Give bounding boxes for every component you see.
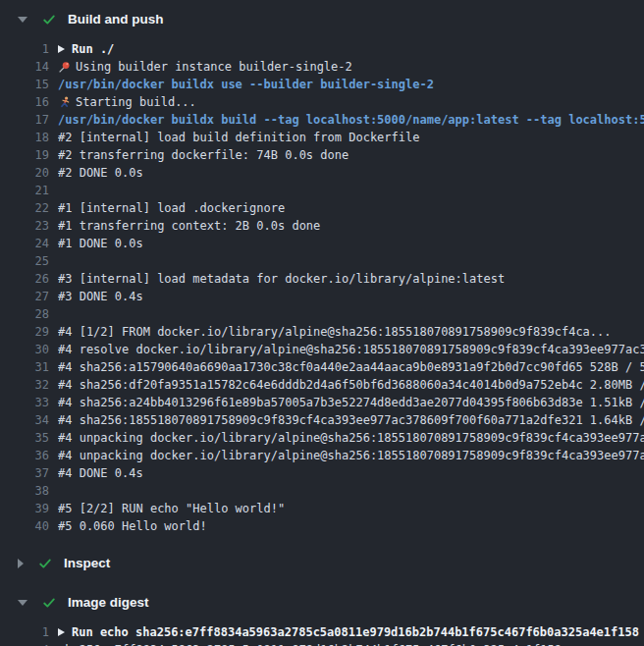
line-number[interactable]: 4 — [0, 641, 49, 646]
runner-icon — [58, 96, 71, 109]
log-line[interactable]: 39#5 [2/2] RUN echo "Hello world!" — [0, 500, 644, 517]
log-line[interactable]: 31#4 sha256:a15790640a6690aa1730c38cf0a4… — [0, 358, 644, 376]
line-number[interactable]: 1 — [0, 623, 49, 641]
line-number[interactable]: 40 — [0, 517, 49, 535]
log-line-text: #2 DONE 0.0s — [58, 164, 644, 182]
line-number[interactable]: 38 — [0, 482, 49, 500]
log-line[interactable]: 32#4 sha256:df20fa9351a15782c64e6dddb2d4… — [0, 376, 644, 394]
log-line[interactable]: 25 — [0, 252, 644, 270]
section-header-build-and-push[interactable]: Build and push — [0, 0, 644, 34]
log-line[interactable]: 15/usr/bin/docker buildx use --builder b… — [0, 76, 644, 93]
log-lines-build-and-push: 1Run ./14Using builder instance builder-… — [0, 34, 644, 544]
log-line[interactable]: 26#3 [internal] load metadata for docker… — [0, 270, 644, 288]
line-number[interactable]: 14 — [0, 58, 49, 76]
line-number[interactable]: 20 — [0, 164, 49, 182]
section-title: Image digest — [68, 594, 149, 612]
log-line[interactable]: 17/usr/bin/docker buildx build --tag loc… — [0, 111, 644, 129]
log-line[interactable]: 35#4 unpacking docker.io/library/alpine@… — [0, 429, 644, 447]
line-number[interactable]: 24 — [0, 235, 49, 252]
log-line-text: #4 [1/2] FROM docker.io/library/alpine@s… — [58, 323, 644, 341]
line-number[interactable]: 21 — [0, 182, 49, 199]
log-line-text: #4 resolve docker.io/library/alpine@sha2… — [58, 341, 644, 358]
play-icon — [58, 628, 65, 636]
log-line[interactable]: 4sha256:e7ff8834a5963a2785c5a0811e979d16… — [0, 641, 644, 646]
log-line[interactable]: 34#4 sha256:185518070891758909c9f839cf4c… — [0, 411, 644, 429]
log-line[interactable]: 1Run echo sha256:e7ff8834a5963a2785c5a08… — [0, 623, 644, 641]
line-number[interactable]: 16 — [0, 93, 49, 111]
log-line-text: #2 transferring dockerfile: 74B 0.0s don… — [58, 146, 644, 164]
log-line-text: #4 sha256:185518070891758909c9f839cf4ca3… — [58, 411, 644, 429]
section-header-image-digest[interactable]: Image digest — [0, 578, 644, 618]
chevron-right-icon[interactable] — [18, 559, 24, 568]
log-section-image-digest: Image digest 1Run echo sha256:e7ff8834a5… — [0, 578, 644, 646]
log-line-text — [58, 182, 644, 199]
log-line[interactable]: 16Starting build... — [0, 93, 644, 111]
log-line-text: #4 unpacking docker.io/library/alpine@sh… — [58, 429, 644, 447]
log-line-text: /usr/bin/docker buildx use --builder bui… — [58, 76, 644, 93]
log-line-text: #4 sha256:df20fa9351a15782c64e6dddb2d4a6… — [58, 376, 644, 394]
check-icon — [42, 596, 56, 610]
log-lines-image-digest: 1Run echo sha256:e7ff8834a5963a2785c5a08… — [0, 618, 644, 646]
log-line-text: #5 [2/2] RUN echo "Hello world!" — [58, 500, 644, 517]
log-line-text — [58, 305, 644, 323]
log-section-build-and-push: Build and push 1Run ./14Using builder in… — [0, 0, 644, 544]
log-line[interactable]: 14Using builder instance builder-single-… — [0, 58, 644, 76]
log-line[interactable]: 23#1 transferring context: 2B 0.0s done — [0, 217, 644, 235]
line-number[interactable]: 34 — [0, 411, 49, 429]
line-number[interactable]: 26 — [0, 270, 49, 288]
line-number[interactable]: 15 — [0, 76, 49, 93]
log-line[interactable]: 21 — [0, 182, 644, 199]
line-number[interactable]: 23 — [0, 217, 49, 235]
log-line-text: #1 DONE 0.0s — [58, 235, 644, 252]
log-line-text: #4 sha256:a15790640a6690aa1730c38cf0a440… — [58, 358, 644, 376]
line-number[interactable]: 17 — [0, 111, 49, 129]
log-line-text: #4 DONE 0.4s — [58, 464, 644, 482]
log-line[interactable]: 37#4 DONE 0.4s — [0, 464, 644, 482]
log-line[interactable]: 20#2 DONE 0.0s — [0, 164, 644, 182]
log-line[interactable]: 18#2 [internal] load build definition fr… — [0, 129, 644, 146]
line-number[interactable]: 27 — [0, 288, 49, 305]
line-number[interactable]: 18 — [0, 129, 49, 146]
log-line[interactable]: 40#5 0.060 Hello world! — [0, 517, 644, 535]
log-line-text: sha256:e7ff8834a5963a2785c5a0811e979d16b… — [58, 641, 644, 646]
line-number[interactable]: 28 — [0, 305, 49, 323]
log-line-text — [58, 482, 644, 500]
log-line[interactable]: 33#4 sha256:a24bb4013296f61e89ba57005a7b… — [0, 394, 644, 411]
log-line-text: #4 unpacking docker.io/library/alpine@sh… — [58, 447, 644, 464]
log-line[interactable]: 36#4 unpacking docker.io/library/alpine@… — [0, 447, 644, 464]
line-number[interactable]: 25 — [0, 252, 49, 270]
log-line-text: #5 0.060 Hello world! — [58, 517, 644, 535]
line-number[interactable]: 35 — [0, 429, 49, 447]
chevron-down-icon[interactable] — [18, 17, 27, 23]
line-number[interactable]: 22 — [0, 199, 49, 217]
log-line[interactable]: 30#4 resolve docker.io/library/alpine@sh… — [0, 341, 644, 358]
line-number[interactable]: 19 — [0, 146, 49, 164]
log-line[interactable]: 19#2 transferring dockerfile: 74B 0.0s d… — [0, 146, 644, 164]
line-number[interactable]: 37 — [0, 464, 49, 482]
log-line[interactable]: 1Run ./ — [0, 40, 644, 58]
log-line[interactable]: 27#3 DONE 0.4s — [0, 288, 644, 305]
line-number[interactable]: 39 — [0, 500, 49, 517]
line-number[interactable]: 30 — [0, 341, 49, 358]
line-number[interactable]: 32 — [0, 376, 49, 394]
log-line-text: #4 sha256:a24bb4013296f61e89ba57005a7b3e… — [58, 394, 644, 411]
chevron-down-icon[interactable] — [18, 600, 27, 606]
line-number[interactable]: 29 — [0, 323, 49, 341]
section-header-inspect[interactable]: Inspect — [0, 544, 644, 578]
log-line-text — [58, 252, 644, 270]
log-line[interactable]: 22#1 [internal] load .dockerignore — [0, 199, 644, 217]
line-number[interactable]: 33 — [0, 394, 49, 411]
log-line-text: #3 DONE 0.4s — [58, 288, 644, 305]
log-line[interactable]: 38 — [0, 482, 644, 500]
log-line-text: /usr/bin/docker buildx build --tag local… — [58, 111, 644, 129]
log-line[interactable]: 29#4 [1/2] FROM docker.io/library/alpine… — [0, 323, 644, 341]
line-number[interactable]: 1 — [0, 40, 49, 58]
check-icon — [42, 13, 56, 27]
section-title: Build and push — [68, 11, 164, 28]
log-line-text: Run ./ — [58, 40, 644, 58]
line-number[interactable]: 36 — [0, 447, 49, 464]
log-line[interactable]: 28 — [0, 305, 644, 323]
log-line[interactable]: 24#1 DONE 0.0s — [0, 235, 644, 252]
log-line-text: #1 transferring context: 2B 0.0s done — [58, 217, 644, 235]
line-number[interactable]: 31 — [0, 358, 49, 376]
